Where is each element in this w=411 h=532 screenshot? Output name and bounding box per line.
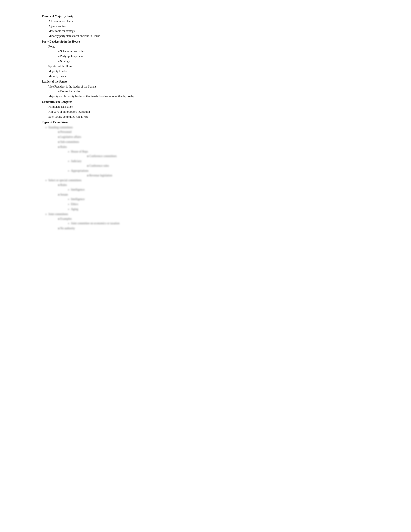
list-item: Intelligence: [71, 197, 379, 201]
list-item: No authority: [58, 226, 379, 231]
list-item-standing: Standing committees Personnel Legislativ…: [48, 125, 379, 178]
section-leader-senate: Leader of the Senate Vice President is t…: [42, 79, 379, 98]
list-item: Examples Joint committee on economics or…: [58, 217, 379, 226]
section-party-leadership: Party Leadership in the House Roles Sche…: [42, 39, 379, 78]
list-vp-sub: Breaks tied votes: [58, 89, 379, 94]
list-item: Legislative affairs: [58, 135, 379, 139]
list-item-vp: Vice President is the leader of the Sena…: [48, 84, 379, 94]
section-types-committees: Types of Committees Standing committees …: [42, 120, 379, 231]
list-item-joint: Joint committees Examples Joint committe…: [48, 212, 379, 231]
list-item: Judiciary Conference rules: [71, 159, 379, 168]
heading-types-committees: Types of Committees: [42, 120, 379, 125]
list-party-leadership: Roles Scheduling and rules Party spokesp…: [48, 44, 379, 78]
list-item: Appropriations Revenue legislation: [71, 169, 379, 178]
list-item-formulate: Formulate legislation: [48, 104, 379, 109]
list-item: Conference rules: [87, 163, 379, 168]
list-item: Scheduling and rules: [58, 49, 379, 54]
heading-committees-congress: Committees in Congress: [42, 100, 379, 104]
list-item: More tools for strategy: [48, 29, 379, 33]
list-item: Minority party status most onerous in Ho…: [48, 34, 379, 38]
list-item: All committee chairs: [48, 19, 379, 24]
heading-leader-senate: Leader of the Senate: [42, 79, 379, 84]
list-item: Revenue legislation: [87, 173, 379, 178]
heading-party-leadership: Party Leadership in the House: [42, 39, 379, 44]
list-roles-sub: Scheduling and rules Party spokesperson …: [58, 49, 379, 64]
list-item: House of Reps Conference committees: [71, 149, 379, 159]
list-item-minority-leader: Minority Leader: [48, 74, 379, 78]
list-types-committees-blurred: Standing committees Personnel Legislativ…: [48, 125, 379, 231]
list-item-majority-leader: Majority Leader: [48, 69, 379, 74]
list-item: Intelligence: [71, 187, 379, 192]
list-committees-congress: Formulate legislation Kill 90% of all pr…: [48, 104, 379, 119]
section-committees-congress: Committees in Congress Formulate legisla…: [42, 100, 379, 119]
list-item-speaker: Speaker of the House: [48, 64, 379, 68]
list-item: Joint committee on economics or taxation: [71, 221, 379, 226]
list-item: Sub-committees: [58, 140, 379, 144]
list-item: Ethics: [71, 202, 379, 207]
list-item: Personnel: [58, 130, 379, 134]
list-powers-majority: All committee chairs Agenda control More…: [48, 19, 379, 38]
list-item: Conference committees: [87, 154, 379, 159]
heading-powers-majority: Powers of Majority Party: [42, 14, 379, 19]
list-item: Rules House of Reps Conference committee…: [58, 145, 379, 178]
list-item: Aging: [71, 207, 379, 211]
list-item-roles: Roles Scheduling and rules Party spokesp…: [48, 44, 379, 64]
list-leader-senate: Vice President is the leader of the Sena…: [48, 84, 379, 98]
list-item-strong: Such strong committee role is rare: [48, 114, 379, 119]
list-item: Party spokesperson: [58, 54, 379, 58]
list-item-select: Select or special committees Rules Intel…: [48, 178, 379, 211]
list-item: Strategy: [58, 59, 379, 64]
section-powers-majority: Powers of Majority Party All committee c…: [42, 14, 379, 38]
list-item-kill90: Kill 90% of all proposed legislation: [48, 109, 379, 114]
list-item: Breaks tied votes: [58, 89, 379, 94]
list-item: Agenda control: [48, 24, 379, 28]
list-item: Senate Intelligence Ethics Aging: [58, 192, 379, 211]
list-item: Rules Intelligence: [58, 183, 379, 192]
list-item-majority-minority: Majority and Minority leader of the Sena…: [48, 94, 379, 99]
